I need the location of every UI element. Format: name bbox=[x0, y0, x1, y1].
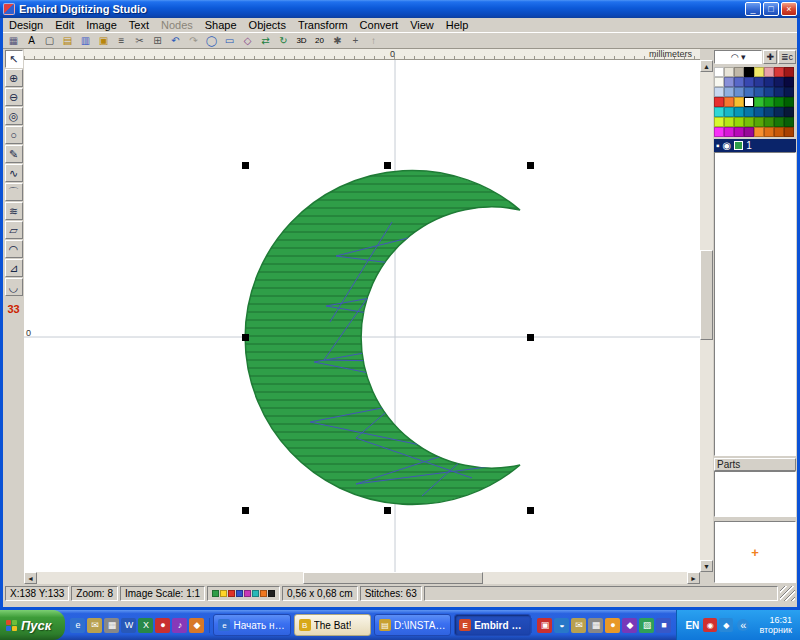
menu-design[interactable]: Design bbox=[3, 18, 49, 32]
scroll-right-arrow[interactable]: ► bbox=[687, 572, 700, 584]
palette-swatch[interactable] bbox=[774, 107, 784, 117]
zoom-in-tool[interactable]: ⊕ bbox=[5, 69, 23, 87]
fill-tool[interactable]: ≋ bbox=[5, 202, 23, 220]
palette-swatch[interactable] bbox=[764, 77, 774, 87]
pen-tool[interactable]: ∿ bbox=[5, 164, 23, 182]
palette-swatch[interactable] bbox=[744, 97, 754, 107]
palette-swatch[interactable] bbox=[784, 77, 794, 87]
app8-icon[interactable]: ■ bbox=[656, 618, 671, 633]
menu-objects[interactable]: Objects bbox=[243, 18, 292, 32]
resize-grip[interactable] bbox=[780, 586, 795, 601]
show-desktop-icon[interactable]: ▦ bbox=[104, 618, 119, 633]
zoom-out-tool[interactable]: ⊖ bbox=[5, 88, 23, 106]
selection-handle[interactable] bbox=[527, 162, 534, 169]
menu-transform[interactable]: Transform bbox=[292, 18, 354, 32]
palette-swatch[interactable] bbox=[754, 77, 764, 87]
menu-view[interactable]: View bbox=[404, 18, 440, 32]
palette-swatch[interactable] bbox=[744, 77, 754, 87]
taskbar-task[interactable]: ▤D:\INSTALL\Разное\Embird bbox=[374, 614, 451, 636]
palette-swatch[interactable] bbox=[714, 127, 724, 137]
palette-swatch[interactable] bbox=[724, 77, 734, 87]
selection-handle[interactable] bbox=[242, 162, 249, 169]
menu-nodes[interactable]: Nodes bbox=[155, 18, 199, 32]
select-tool[interactable]: ↖ bbox=[5, 50, 23, 68]
palette-swatch[interactable] bbox=[744, 87, 754, 97]
palette-swatch[interactable] bbox=[774, 117, 784, 127]
selection-handle[interactable] bbox=[384, 507, 391, 514]
internet-explorer-icon[interactable]: e bbox=[70, 618, 85, 633]
tool-icon[interactable]: ◆ bbox=[189, 618, 204, 633]
palette-swatch[interactable] bbox=[714, 107, 724, 117]
freehand-tool[interactable]: ✎ bbox=[5, 145, 23, 163]
palette-swatch[interactable] bbox=[764, 117, 774, 127]
taskbar-task[interactable]: BThe Bat! bbox=[294, 614, 371, 636]
design-canvas[interactable]: 0 bbox=[24, 60, 700, 572]
palette-swatch[interactable] bbox=[784, 127, 794, 137]
scroll-left-arrow[interactable]: ◄ bbox=[24, 572, 37, 584]
arc-tool[interactable]: ◠ bbox=[5, 240, 23, 258]
palette-swatch[interactable] bbox=[764, 87, 774, 97]
app4-icon[interactable]: ▦ bbox=[588, 618, 603, 633]
palette-swatch[interactable] bbox=[724, 127, 734, 137]
palette-swatch[interactable] bbox=[764, 67, 774, 77]
thread-chart-button[interactable]: ≣c bbox=[778, 50, 796, 64]
palette-swatch[interactable] bbox=[734, 127, 744, 137]
ellipse-tool-tool[interactable]: ○ bbox=[5, 126, 23, 144]
menu-edit[interactable]: Edit bbox=[49, 18, 80, 32]
zoom-area-tool[interactable]: ◎ bbox=[5, 107, 23, 125]
palette-swatch[interactable] bbox=[784, 67, 794, 77]
scroll-up-arrow[interactable]: ▲ bbox=[700, 60, 713, 72]
palette-swatch[interactable] bbox=[714, 117, 724, 127]
node-edit-tool[interactable]: ⊿ bbox=[5, 259, 23, 277]
parts-list[interactable] bbox=[714, 471, 796, 517]
antivirus-tray-icon[interactable]: ◉ bbox=[703, 618, 717, 632]
preview-pane[interactable]: + bbox=[714, 521, 796, 583]
save-button[interactable]: ▥ bbox=[77, 33, 94, 48]
palette-swatch[interactable] bbox=[744, 107, 754, 117]
palette-swatch[interactable] bbox=[754, 97, 764, 107]
mirror-button[interactable]: ⇄ bbox=[257, 33, 274, 48]
taskbar-task[interactable]: EEmbird Digitizing Stud... bbox=[454, 614, 531, 636]
horizontal-scroll-thumb[interactable] bbox=[303, 572, 483, 584]
palette-swatch[interactable] bbox=[784, 87, 794, 97]
palette-swatch[interactable] bbox=[754, 107, 764, 117]
app3-icon[interactable]: ✉ bbox=[571, 618, 586, 633]
palette-swatch[interactable] bbox=[764, 107, 774, 117]
add-color-button[interactable]: ✚ bbox=[763, 50, 777, 64]
palette-swatch[interactable] bbox=[774, 67, 784, 77]
vertical-scroll-thumb[interactable] bbox=[700, 250, 713, 340]
transform-button[interactable]: ◇ bbox=[239, 33, 256, 48]
volume-tray-icon[interactable]: ◆ bbox=[719, 618, 733, 632]
rotate-button[interactable]: ↻ bbox=[275, 33, 292, 48]
palette-swatch[interactable] bbox=[744, 67, 754, 77]
palette-swatch[interactable] bbox=[724, 97, 734, 107]
minimize-button[interactable]: _ bbox=[745, 2, 761, 16]
measure-tool[interactable]: ◡ bbox=[5, 278, 23, 296]
close-button[interactable]: × bbox=[781, 2, 797, 16]
palette-swatch[interactable] bbox=[714, 67, 724, 77]
palette-swatch[interactable] bbox=[784, 97, 794, 107]
palette-swatch[interactable] bbox=[774, 87, 784, 97]
params-button[interactable]: ✱ bbox=[329, 33, 346, 48]
selection-handle[interactable] bbox=[527, 334, 534, 341]
media-icon[interactable]: ● bbox=[155, 618, 170, 633]
palette-swatch[interactable] bbox=[724, 67, 734, 77]
palette-swatch[interactable] bbox=[784, 117, 794, 127]
palette-swatch[interactable] bbox=[734, 117, 744, 127]
ellipse-button[interactable]: ◯ bbox=[203, 33, 220, 48]
palette-swatch[interactable] bbox=[724, 87, 734, 97]
palette-swatch[interactable] bbox=[784, 107, 794, 117]
pattern-select-button[interactable]: ◠ ▾ bbox=[714, 50, 762, 64]
app7-icon[interactable]: ▨ bbox=[639, 618, 654, 633]
redo-button[interactable]: ↷ bbox=[185, 33, 202, 48]
selection-handle[interactable] bbox=[527, 507, 534, 514]
palette-swatch[interactable] bbox=[734, 107, 744, 117]
view-3d-button[interactable]: 3D bbox=[293, 33, 310, 48]
palette-swatch[interactable] bbox=[774, 77, 784, 87]
new-button[interactable]: ▢ bbox=[41, 33, 58, 48]
palette-swatch[interactable] bbox=[754, 67, 764, 77]
palette-swatch[interactable] bbox=[764, 97, 774, 107]
language-indicator[interactable]: EN bbox=[685, 620, 699, 631]
palette-swatch[interactable] bbox=[724, 107, 734, 117]
start-button[interactable]: Пуск bbox=[0, 610, 65, 640]
